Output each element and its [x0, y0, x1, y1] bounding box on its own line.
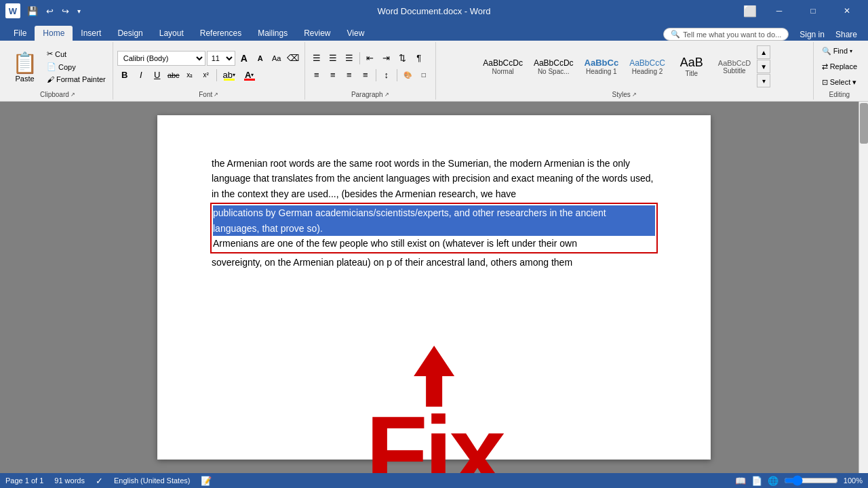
app-icon: W — [5, 3, 20, 18]
select-button[interactable]: ⊡ Select ▾ — [818, 75, 861, 89]
styles-scroll-up[interactable]: ▲ — [757, 45, 770, 59]
fix-arrow-icon — [407, 346, 461, 407]
underline-button[interactable]: U — [150, 68, 165, 83]
styles-expand-icon[interactable]: ↗ — [632, 92, 637, 98]
tab-view[interactable]: View — [339, 26, 373, 41]
format-painter-button[interactable]: 🖌 Format Painter — [44, 74, 108, 85]
copy-icon: 📄 — [47, 62, 56, 71]
style-heading1[interactable]: AaBbCc Heading 1 — [580, 45, 624, 88]
tab-file[interactable]: File — [5, 26, 35, 41]
styles-content: AaBbCcDc Normal AaBbCcDc No Spac... AaBb… — [478, 43, 770, 89]
sort-button[interactable]: ⇅ — [395, 51, 410, 66]
font-expand-icon[interactable]: ↗ — [214, 92, 218, 98]
web-layout-icon[interactable]: 🌐 — [768, 476, 778, 486]
paragraph-expand-icon[interactable]: ↗ — [384, 92, 389, 98]
paste-label: Paste — [15, 75, 34, 83]
font-controls: Calibri (Body) 11 A A Aa ⌫ B I U abc x₂ — [117, 51, 300, 83]
numbering-button[interactable]: ☰ — [326, 51, 340, 66]
font-size-select[interactable]: 11 — [207, 51, 235, 66]
style-no-spacing[interactable]: AaBbCcDc No Spac... — [529, 45, 578, 88]
superscript-button[interactable]: x² — [199, 68, 214, 83]
language-check-icon[interactable]: ✓ — [96, 476, 103, 486]
align-right-button[interactable]: ≡ — [342, 68, 357, 83]
borders-button[interactable]: □ — [416, 68, 431, 83]
styles-gallery-expand[interactable]: ▾ — [757, 74, 770, 87]
tab-insert[interactable]: Insert — [73, 26, 109, 41]
font-family-select[interactable]: Calibri (Body) — [117, 51, 205, 66]
center-button[interactable]: ≡ — [326, 68, 340, 83]
zoom-level[interactable]: 100% — [844, 476, 863, 485]
redo-qa-button[interactable]: ↪ — [59, 5, 72, 18]
subscript-button[interactable]: x₂ — [182, 68, 197, 83]
style-subtitle[interactable]: AaBbCcD Subtitle — [713, 45, 755, 88]
minimize-button[interactable]: ─ — [764, 0, 795, 22]
multilevel-list-button[interactable]: ☰ — [342, 51, 357, 66]
change-case-button[interactable]: Aa — [269, 51, 284, 66]
tell-me-input[interactable]: 🔍 Tell me what you want to do... — [663, 28, 789, 41]
tab-references[interactable]: References — [192, 26, 250, 41]
replace-button[interactable]: ⇄ Replace — [818, 60, 861, 74]
highlight-color-button[interactable]: ab ▾ — [220, 68, 239, 83]
maximize-button[interactable]: □ — [797, 0, 829, 22]
customize-qa-button[interactable]: ▾ — [75, 6, 83, 16]
style-heading2[interactable]: AaBbCcC Heading 2 — [625, 45, 670, 88]
bold-button[interactable]: B — [117, 68, 132, 83]
copy-button[interactable]: 📄 Copy — [44, 61, 108, 73]
shrink-font-button[interactable]: A — [253, 51, 268, 66]
undo-qa-button[interactable]: ↩ — [43, 5, 56, 18]
tab-design[interactable]: Design — [109, 26, 151, 41]
justify-button[interactable]: ≡ — [358, 68, 373, 83]
page-info[interactable]: Page 1 of 1 — [5, 476, 43, 485]
language-label[interactable]: English (United States) — [114, 476, 191, 485]
save-qa-button[interactable]: 💾 — [24, 5, 41, 18]
cut-button[interactable]: ✂ Cut — [44, 48, 108, 60]
styles-scroll-down[interactable]: ▼ — [757, 60, 770, 73]
find-dropdown-arrow: ▾ — [850, 48, 852, 54]
clipboard-group: 📋 Paste ✂ Cut 📄 Copy 🖌 Format Painter — [3, 42, 113, 100]
show-marks-button[interactable]: ¶ — [412, 51, 427, 66]
shading-button[interactable]: 🎨 — [400, 68, 415, 83]
vertical-scrollbar[interactable] — [859, 102, 868, 473]
style-title[interactable]: AaB Title — [671, 45, 712, 88]
selected-line-1: publications by German academicians/scie… — [213, 205, 655, 220]
signin-button[interactable]: Sign in — [794, 28, 830, 41]
tab-mailings[interactable]: Mailings — [250, 26, 296, 41]
font-row-2: B I U abc x₂ x² ab ▾ A ▾ — [117, 68, 300, 83]
bullets-button[interactable]: ☰ — [309, 51, 324, 66]
italic-button[interactable]: I — [134, 68, 149, 83]
increase-indent-button[interactable]: ⇥ — [379, 51, 394, 66]
tab-review[interactable]: Review — [296, 26, 338, 41]
print-layout-icon[interactable]: 📄 — [751, 476, 762, 486]
paste-button[interactable]: 📋 Paste — [7, 48, 43, 85]
align-left-button[interactable]: ≡ — [309, 68, 324, 83]
document-text[interactable]: the Armenian root words are the same roo… — [212, 156, 656, 270]
title-bar-left: W 💾 ↩ ↪ ▾ — [5, 3, 83, 18]
decrease-indent-button[interactable]: ⇤ — [363, 51, 378, 66]
highlight-dropdown-arrow[interactable]: ▾ — [233, 72, 235, 78]
find-button[interactable]: 🔍 Find ▾ — [818, 44, 861, 58]
tab-layout[interactable]: Layout — [151, 26, 192, 41]
clipboard-expand-icon[interactable]: ↗ — [71, 92, 75, 98]
font-color-dropdown-arrow[interactable]: ▾ — [251, 72, 254, 78]
strikethrough-button[interactable]: abc — [166, 68, 181, 83]
style-normal[interactable]: AaBbCcDc Normal — [478, 45, 528, 88]
grow-font-button[interactable]: A — [237, 51, 252, 66]
clear-format-button[interactable]: ⌫ — [285, 51, 300, 66]
zoom-slider[interactable] — [784, 475, 838, 486]
selected-line-2: languages, that prove so). — [213, 221, 655, 236]
paragraph-label: Paragraph — [351, 91, 383, 98]
word-count[interactable]: 91 words — [54, 476, 85, 485]
title-bar: W 💾 ↩ ↪ ▾ Word Document.docx - Word ⬜ ─ … — [0, 0, 868, 22]
clipboard-right: ✂ Cut 📄 Copy 🖌 Format Painter — [44, 48, 108, 85]
read-mode-icon[interactable]: 📖 — [735, 476, 746, 486]
font-color-button[interactable]: A ▾ — [240, 68, 259, 83]
track-changes-icon[interactable]: 📝 — [201, 476, 212, 486]
ribbon-display-options[interactable]: ⬜ — [739, 3, 761, 19]
line-spacing-button[interactable]: ↕ — [379, 68, 394, 83]
paragraph-group: ☰ ☰ ☰ ⇤ ⇥ ⇅ ¶ ≡ ≡ ≡ ≡ ↕ 🎨 — [305, 42, 436, 100]
close-button[interactable]: ✕ — [831, 0, 863, 22]
tab-home[interactable]: Home — [35, 26, 73, 41]
styles-group: AaBbCcDc Normal AaBbCcDc No Spac... AaBb… — [436, 42, 814, 100]
share-button[interactable]: Share — [830, 28, 863, 41]
font-content: Calibri (Body) 11 A A Aa ⌫ B I U abc x₂ — [117, 43, 300, 89]
